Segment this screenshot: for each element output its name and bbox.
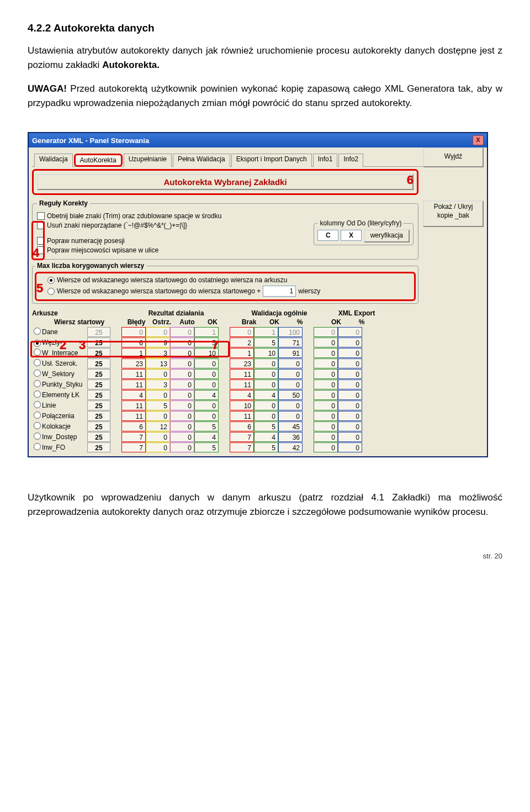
cell: 0	[338, 442, 362, 452]
sheet-radio[interactable]	[34, 443, 41, 450]
cell: 0	[170, 411, 194, 421]
hdr-ok: OK	[200, 318, 225, 326]
cell: 4	[194, 390, 219, 400]
cell: 0	[278, 369, 303, 379]
tab-info2[interactable]: Info2	[338, 154, 363, 167]
hdr-auto: Auto	[174, 318, 200, 326]
hdr-walidacja: Walidacja ogólnie	[240, 309, 319, 317]
cell: 1	[254, 327, 278, 337]
titlebar: Generator XML - Panel Sterowania X	[29, 133, 487, 147]
cell: 0	[254, 400, 278, 410]
hdr-rezultat: Rezultat działania	[124, 309, 229, 317]
start-row-cell[interactable]: 25	[87, 358, 110, 368]
start-row-cell[interactable]: 25	[87, 421, 110, 431]
cell: 7	[121, 432, 146, 442]
cell: 0	[146, 327, 170, 337]
rules-legend: Reguły Korekty	[37, 199, 90, 207]
cell: 0	[230, 327, 254, 337]
col-to-input[interactable]	[341, 230, 362, 241]
sheet-radio[interactable]	[34, 422, 41, 429]
sheet-radio[interactable]	[34, 340, 41, 347]
start-row-cell[interactable]: 25	[87, 379, 110, 389]
start-row-cell[interactable]: 25	[87, 390, 110, 400]
hdr-bledy: Błędy	[124, 318, 149, 326]
autokorekta-button[interactable]: Autokorekta Wybranej Zakładki	[37, 174, 414, 190]
start-row-cell[interactable]: 25	[87, 432, 110, 442]
start-row-cell[interactable]: 25	[87, 369, 110, 379]
cell: 0	[170, 348, 194, 358]
sheet-radio[interactable]	[34, 349, 41, 356]
cell: 0	[146, 411, 170, 421]
cell: 2	[230, 338, 254, 347]
col-from-input[interactable]	[317, 230, 338, 241]
maxrows-radio-all[interactable]	[47, 277, 55, 284]
trim-label: Obetnij białe znaki (Trim) oraz zdublowa…	[47, 212, 221, 220]
start-row-cell[interactable]: 25	[87, 348, 110, 358]
cell: 0	[314, 442, 338, 452]
cell: 0	[338, 400, 362, 410]
close-icon[interactable]: X	[473, 135, 484, 145]
cell: 0	[338, 379, 362, 389]
table-row: Inw_FO257005754200	[32, 442, 418, 452]
start-row-cell[interactable]: 25	[87, 400, 110, 410]
tab-uzupe-nianie[interactable]: Uzupełnianie	[124, 154, 172, 167]
hdr-brak: Brak	[236, 318, 262, 326]
maxrows-n-input[interactable]	[263, 286, 296, 297]
table-row: Usł. Szerok.25231300230000	[32, 358, 418, 368]
cell: 0	[170, 432, 194, 442]
table-row: Węzły256905257100	[32, 338, 418, 347]
cell: 0	[338, 411, 362, 421]
cell: 0	[194, 358, 219, 368]
window-title: Generator XML - Panel Sterowania	[32, 136, 149, 145]
cell: 0	[170, 338, 194, 347]
cell: 5	[146, 400, 170, 410]
cell: 0	[314, 369, 338, 379]
maxrows-radio-n[interactable]	[47, 288, 55, 295]
sheet-name: Linie	[42, 402, 87, 409]
sheet-radio[interactable]	[34, 412, 41, 419]
sheet-radio[interactable]	[34, 401, 41, 408]
cell: 0	[170, 379, 194, 389]
tab-pe-na-walidacja[interactable]: Pełna Walidacja	[173, 154, 230, 167]
cell: 11	[230, 411, 254, 421]
tab-autokorekta[interactable]: AutoKorekta1	[74, 154, 123, 167]
cell: 5	[254, 442, 278, 452]
cell: 1	[230, 348, 254, 358]
cell: 0	[338, 358, 362, 368]
start-row-cell[interactable]: 25	[87, 411, 110, 421]
sheet-radio[interactable]	[34, 391, 41, 398]
cell: 0	[194, 369, 219, 379]
verify-button[interactable]: weryfikacja	[364, 229, 410, 242]
fix-city-label: Popraw miejscowości wpisane w ulice	[47, 246, 158, 254]
sheet-name: W_Sektory	[42, 370, 87, 378]
tab-walidacja[interactable]: Walidacja	[34, 154, 73, 167]
sheet-radio[interactable]	[34, 433, 41, 440]
start-row-cell[interactable]: 25	[87, 338, 110, 347]
start-row-cell[interactable]: 25	[87, 327, 110, 337]
tab-eksport-i-import-danych[interactable]: Eksport i Import Danych	[231, 154, 312, 167]
maxrows-radio-n-label-a: Wiersze od wskazanego wiersza startowego…	[57, 287, 261, 295]
tab-info1[interactable]: Info1	[313, 154, 338, 167]
cell: 11	[121, 400, 146, 410]
sheet-radio[interactable]	[34, 359, 41, 366]
annotation-3: 3	[79, 338, 86, 352]
hdr-xml: XML Export	[330, 309, 383, 317]
section-heading: 4.2.2 Autokorekta danych	[28, 22, 502, 34]
table-row: W_Sektory2511000110000	[32, 369, 418, 379]
warning-text: Przed autokorektą użytkownik powinien wy…	[28, 83, 502, 108]
cell: 4	[230, 390, 254, 400]
start-row-cell[interactable]: 25	[87, 442, 110, 452]
cell: 0	[278, 358, 303, 368]
sheet-radio[interactable]	[34, 370, 41, 377]
cell: 4	[254, 390, 278, 400]
sheet-radio[interactable]	[34, 380, 41, 387]
columns-legend: kolumny Od Do (litery/cyfry)	[317, 219, 404, 227]
cell: 50	[278, 390, 303, 400]
sheet-name: Usł. Szerok.	[42, 360, 87, 367]
cell: 9	[146, 338, 170, 347]
trim-checkbox[interactable]	[37, 212, 45, 220]
show-hide-bak-button[interactable]: Pokaż / Ukryj kopie _bak	[423, 201, 484, 227]
sheet-name: Punkty_Styku	[42, 381, 87, 388]
exit-button[interactable]: Wyjdź	[423, 147, 484, 167]
sheet-radio[interactable]	[34, 328, 41, 335]
